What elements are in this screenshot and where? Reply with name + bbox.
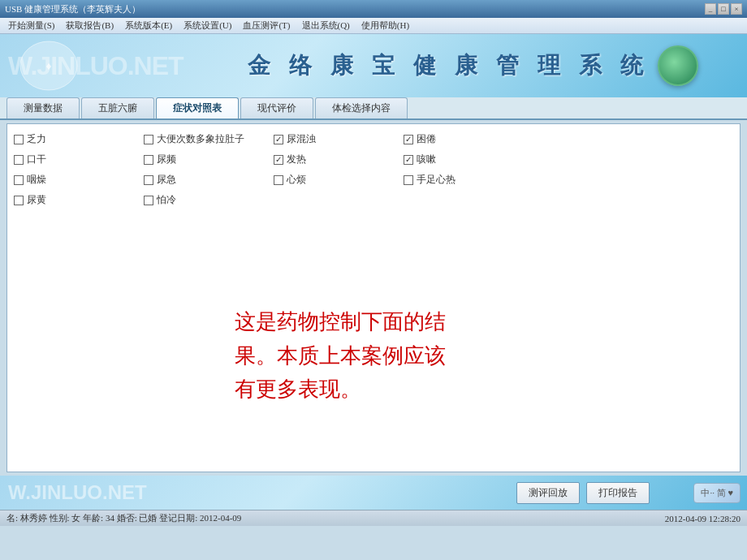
checkbox-yellow-urine[interactable]: [14, 196, 24, 205]
review-button[interactable]: 测评回放: [516, 482, 580, 504]
symptom-cloudy-urine[interactable]: ✓ 尿混浊: [274, 131, 404, 148]
checkbox-cloudy-urine[interactable]: ✓: [274, 135, 283, 144]
main-content: 乏力 大便次数多象拉肚子 ✓ 尿混浊 ✓ 困倦 口干 尿频 ✓ 发热 ✓: [6, 123, 741, 472]
symptom-yellow-urine[interactable]: 尿黄: [14, 192, 144, 209]
logo-circle-icon: [658, 45, 698, 86]
symptom-urgent-urine-label: 尿急: [157, 173, 176, 187]
print-button[interactable]: 打印报告: [586, 482, 650, 504]
tab-modern[interactable]: 现代评价: [240, 97, 313, 118]
status-bar: 名: 林秀婷 性别: 女 年龄: 34 婚否: 已婚 登记日期: 2012-04…: [0, 510, 747, 526]
symptom-fatigue[interactable]: 乏力: [14, 131, 144, 148]
logo-watermark: W.JINLUO.NET: [0, 51, 184, 81]
symptom-drowsy-label: 困倦: [417, 132, 436, 146]
tab-wuxing[interactable]: 五脏六腑: [81, 97, 154, 118]
menu-start[interactable]: 开始测量(S): [3, 19, 59, 32]
symptom-diarrhea-label: 大便次数多象拉肚子: [157, 132, 244, 146]
symptom-cloudy-urine-label: 尿混浊: [287, 132, 316, 146]
title-bar: USB 健康管理系统（李英辉夫人） _ □ ×: [0, 0, 747, 18]
symptom-drowsy[interactable]: ✓ 困倦: [404, 131, 533, 148]
tab-bar: 测量数据 五脏六腑 症状对照表 现代评价 体检选择内容: [0, 97, 747, 120]
checkbox-frequent-urine[interactable]: [144, 155, 153, 165]
symptoms-grid: 乏力 大便次数多象拉肚子 ✓ 尿混浊 ✓ 困倦 口干 尿频 ✓ 发热 ✓: [14, 131, 733, 209]
language-widget[interactable]: 中·· 简 ♥: [693, 483, 741, 503]
maximize-button[interactable]: □: [718, 3, 729, 15]
annotation-text: 这是药物控制下面的结果。本质上本案例应该有更多表现。: [235, 305, 446, 407]
checkbox-urgent-urine[interactable]: [144, 175, 153, 185]
menu-exit[interactable]: 退出系统(Q): [297, 19, 355, 32]
tab-measurement[interactable]: 测量数据: [6, 97, 80, 118]
checkbox-cough[interactable]: ✓: [404, 155, 413, 165]
menu-settings[interactable]: 系统设置(U): [179, 19, 236, 32]
logo-title: 金 络 康 宝 健 康 管 理 系 统: [248, 50, 650, 81]
symptom-frequent-urine-label: 尿频: [157, 153, 176, 166]
symptom-yellow-urine-label: 尿黄: [27, 193, 46, 207]
symptom-urgent-urine[interactable]: 尿急: [144, 171, 274, 188]
symptom-cough[interactable]: ✓ 咳嗽: [404, 151, 533, 168]
symptom-diarrhea[interactable]: 大便次数多象拉肚子: [144, 131, 274, 148]
logo-area: ♦ W.JINLUO.NET 金 络 康 宝 健 康 管 理 系 统: [0, 34, 747, 97]
menu-bar: 开始测量(S) 获取报告(B) 系统版本(E) 系统设置(U) 血压测评(T) …: [0, 18, 747, 34]
bottom-watermark: W.JINLUO.NET: [8, 481, 147, 504]
symptom-dry-throat[interactable]: 咽燥: [14, 171, 144, 188]
checkbox-drowsy[interactable]: ✓: [404, 135, 413, 144]
symptom-fever-label: 发热: [287, 153, 306, 166]
symptom-cough-label: 咳嗽: [417, 153, 436, 166]
symptom-cold[interactable]: 怕冷: [144, 192, 274, 209]
minimize-button[interactable]: _: [705, 3, 716, 15]
checkbox-dry-throat[interactable]: [14, 175, 24, 185]
symptom-dry-mouth-label: 口干: [27, 153, 46, 166]
symptom-frequent-urine[interactable]: 尿频: [144, 151, 274, 168]
symptom-irritable-label: 心烦: [287, 173, 306, 187]
close-button[interactable]: ×: [731, 3, 742, 15]
checkbox-irritable[interactable]: [274, 175, 283, 185]
patient-info: 名: 林秀婷 性别: 女 年龄: 34 婚否: 已婚 登记日期: 2012-04…: [6, 512, 241, 524]
symptom-cold-label: 怕冷: [157, 193, 176, 207]
menu-bp[interactable]: 血压测评(T): [238, 19, 295, 32]
symptom-fatigue-label: 乏力: [27, 132, 46, 146]
symptom-dry-mouth[interactable]: 口干: [14, 151, 144, 168]
checkbox-diarrhea[interactable]: [144, 135, 153, 144]
bottom-area: W.JINLUO.NET 测评回放 打印报告 中·· 简 ♥: [0, 476, 747, 510]
datetime-display: 2012-04-09 12:28:20: [665, 514, 741, 523]
symptom-dry-throat-label: 咽燥: [27, 173, 46, 187]
symptom-fever[interactable]: ✓ 发热: [274, 151, 404, 168]
tab-symptoms[interactable]: 症状对照表: [156, 97, 239, 118]
symptom-irritable[interactable]: 心烦: [274, 171, 404, 188]
checkbox-cold[interactable]: [144, 196, 153, 205]
checkbox-fatigue[interactable]: [14, 135, 24, 144]
menu-report[interactable]: 获取报告(B): [61, 19, 119, 32]
symptom-hot-feet[interactable]: 手足心热: [404, 171, 533, 188]
tab-checkup[interactable]: 体检选择内容: [315, 97, 408, 118]
symptom-hot-feet-label: 手足心热: [417, 173, 456, 187]
menu-help[interactable]: 使用帮助(H): [356, 19, 414, 32]
menu-version[interactable]: 系统版本(E): [120, 19, 177, 32]
checkbox-hot-feet[interactable]: [404, 175, 413, 185]
window-title: USB 健康管理系统（李英辉夫人）: [5, 3, 140, 15]
window-controls: _ □ ×: [705, 3, 742, 15]
checkbox-fever[interactable]: ✓: [274, 155, 283, 165]
checkbox-dry-mouth[interactable]: [14, 155, 24, 165]
